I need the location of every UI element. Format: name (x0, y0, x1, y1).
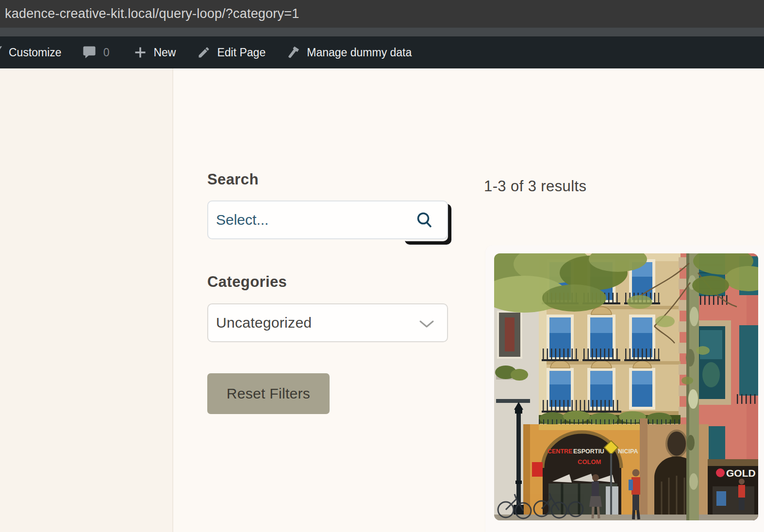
magnifier-icon (415, 211, 434, 232)
search-submit-button[interactable] (401, 200, 448, 241)
barcelona-street-photo: CENTRE ESPORTIU NICIPA COLOM GOLD (494, 253, 758, 520)
storefront-sign-word-colom: COLOM (578, 458, 601, 466)
reset-filters-button[interactable]: Reset Filters (207, 373, 330, 414)
admin-bar-edit-page[interactable]: Edit Page (197, 46, 266, 59)
post-featured-image[interactable]: CENTRE ESPORTIU NICIPA COLOM GOLD (494, 253, 758, 520)
customize-brush-icon (0, 46, 5, 59)
storefront-sign-word-esportiu: ESPORTIU (573, 448, 604, 455)
admin-bar-manage-dummy-data[interactable]: Manage dummy data (286, 45, 412, 60)
categories-heading: Categories (207, 273, 287, 291)
hammer-icon (286, 45, 300, 60)
admin-bar-new[interactable]: New (133, 46, 176, 59)
customize-label: Customize (9, 46, 62, 59)
plus-icon (133, 46, 147, 59)
url-text: kadence-creative-kit.local/query-loop/?c… (5, 6, 299, 21)
comments-count: 0 (103, 46, 110, 59)
manage-dummy-data-label: Manage dummy data (307, 46, 412, 59)
admin-bar-comments[interactable]: 0 (82, 45, 110, 60)
new-label: New (153, 46, 176, 59)
result-card[interactable]: CENTRE ESPORTIU NICIPA COLOM GOLD (485, 245, 764, 532)
browser-chrome-divider (0, 28, 764, 36)
category-select[interactable]: Uncategorized (207, 303, 448, 342)
search-form (207, 200, 448, 239)
pencil-icon (197, 46, 211, 59)
storefront-sign-fragment-municipal: NICIPA (618, 448, 638, 455)
chevron-down-icon (419, 320, 434, 331)
browser-address-bar[interactable]: kadence-creative-kit.local/query-loop/?c… (0, 0, 764, 28)
category-selected-value: Uncategorized (208, 315, 312, 331)
wp-admin-bar: Customize 0 New Edit Page Manage dummy d (0, 36, 764, 68)
results-count: 1-3 of 3 results (484, 178, 586, 195)
admin-bar-customize[interactable]: Customize (9, 46, 62, 59)
gold-shop-sign: GOLD (726, 467, 756, 479)
storefront-sign-word-centre: CENTRE (548, 448, 572, 455)
comment-bubble-icon (82, 45, 97, 60)
page: kadence-creative-kit.local/query-loop/?c… (0, 0, 764, 532)
edit-page-label: Edit Page (217, 46, 266, 59)
search-heading: Search (207, 171, 259, 188)
